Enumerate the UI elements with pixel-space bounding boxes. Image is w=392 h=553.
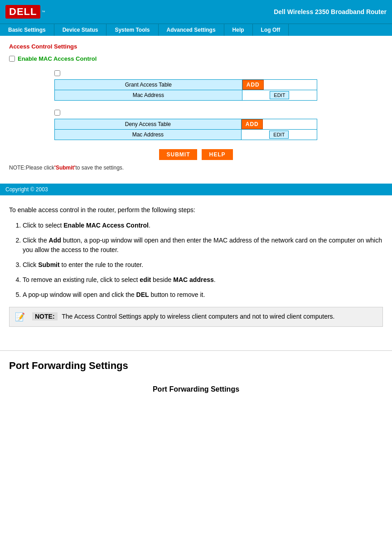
deny-access-section: Deny Access Table ADD Mac Address EDIT — [54, 110, 383, 140]
deny-access-table: Deny Access Table ADD Mac Address EDIT — [54, 119, 317, 140]
note-content: NOTE: The Access Control Settings apply … — [32, 312, 334, 321]
enable-mac-checkbox[interactable] — [9, 56, 15, 62]
step5-bold: DEL — [136, 291, 149, 298]
step-5: A pop-up window will open and click the … — [23, 290, 383, 300]
nav-basic-settings[interactable]: Basic Settings — [0, 24, 54, 36]
grant-edit-button[interactable]: EDIT — [270, 91, 289, 99]
port-forwarding-title: Port Forwarding Settings — [9, 360, 383, 372]
step-4: To remove an existing rule, click to sel… — [23, 275, 383, 285]
note-line: NOTE:Please click'Submit'to save the set… — [9, 165, 383, 171]
note-suffix: to save the settings. — [75, 165, 124, 171]
deny-checkbox[interactable] — [54, 110, 60, 116]
instructions-list: Click to select Enable MAC Access Contro… — [23, 221, 383, 300]
page-header: DELL™ Dell Wireless 2350 Broadband Route… — [0, 0, 392, 24]
grant-mac-header: Mac Address — [55, 90, 242, 101]
enable-mac-row: Enable MAC Access Control — [9, 55, 383, 62]
grant-checkbox[interactable] — [54, 70, 60, 76]
dell-logo-text: DELL — [5, 5, 40, 19]
router-title: Dell Wireless 2350 Broadband Router — [274, 8, 387, 15]
note-submit-link[interactable]: 'Submit' — [54, 165, 75, 171]
instructions-section: To enable access control in the router, … — [0, 195, 392, 341]
help-button[interactable]: Help — [202, 149, 232, 160]
grant-access-section: Grant Access Table ADD Mac Address EDIT — [54, 70, 383, 101]
note-icon: 📝 — [15, 312, 28, 322]
nav-system-tools[interactable]: System Tools — [106, 24, 158, 36]
instructions-intro: To enable access control in the router, … — [9, 206, 383, 213]
section-divider — [0, 350, 392, 351]
step3-bold: Submit — [38, 261, 59, 268]
step4-bold2: MAC address — [173, 276, 213, 283]
step1-bold: Enable MAC Access Control — [63, 222, 149, 229]
grant-add-button[interactable]: ADD — [242, 80, 264, 90]
nav-device-status[interactable]: Device Status — [54, 24, 107, 36]
nav-help[interactable]: Help — [224, 24, 253, 36]
nav-advanced-settings[interactable]: Advanced Settings — [159, 24, 224, 36]
port-forwarding-section: Port Forwarding Settings Port Forwarding… — [0, 360, 392, 403]
main-content: Access Control Settings Enable MAC Acces… — [0, 36, 392, 184]
grant-checkbox-row — [54, 70, 383, 78]
page-footer: Copyright © 2003 — [0, 184, 392, 195]
step-2: Click the Add button, a pop-up window wi… — [23, 236, 383, 255]
grant-table-title: Grant Access Table — [55, 80, 242, 90]
action-buttons: Submit Help — [9, 149, 383, 160]
nav-log-off[interactable]: Log Off — [253, 24, 289, 36]
grant-access-table: Grant Access Table ADD Mac Address EDIT — [54, 79, 317, 101]
section-title: Access Control Settings — [9, 43, 383, 50]
note-prefix: NOTE:Please click — [9, 165, 54, 171]
deny-table-title: Deny Access Table — [55, 119, 242, 130]
step-3: Click Submit to enter the rule to the ro… — [23, 260, 383, 270]
step-1: Click to select Enable MAC Access Contro… — [23, 221, 383, 230]
copyright-text: Copyright © 2003 — [5, 186, 48, 193]
navigation-bar: Basic Settings Device Status System Tool… — [0, 24, 392, 36]
note-label: NOTE: — [32, 312, 58, 320]
dell-logo: DELL™ — [5, 5, 45, 19]
deny-checkbox-row — [54, 110, 383, 117]
deny-mac-header: Mac Address — [55, 130, 242, 140]
trademark-symbol: ™ — [41, 10, 45, 14]
port-forwarding-subtitle: Port Forwarding Settings — [9, 385, 383, 393]
deny-edit-button[interactable]: EDIT — [269, 131, 289, 139]
note-box: 📝 NOTE: The Access Control Settings appl… — [9, 307, 383, 327]
step4-bold1: edit — [140, 276, 151, 283]
step2-bold: Add — [49, 237, 61, 244]
deny-add-button[interactable]: ADD — [242, 119, 263, 129]
submit-button[interactable]: Submit — [159, 149, 197, 160]
note-body: The Access Control Settings apply to wir… — [62, 313, 334, 320]
enable-mac-label: Enable MAC Access Control — [18, 55, 97, 62]
